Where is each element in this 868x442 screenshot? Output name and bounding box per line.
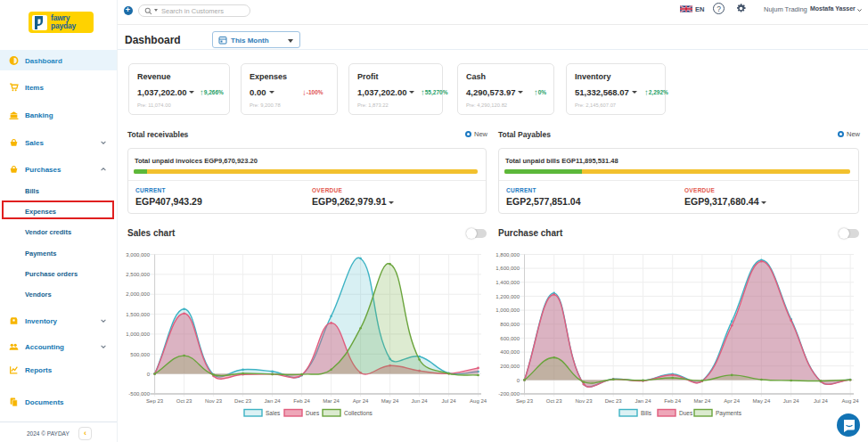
svg-text:Oct 23: Oct 23 bbox=[546, 398, 562, 404]
svg-text:0: 0 bbox=[517, 378, 520, 383]
svg-text:Nov 23: Nov 23 bbox=[205, 398, 223, 404]
svg-text:1,800,000: 1,800,000 bbox=[495, 252, 520, 258]
svg-text:Jun 24: Jun 24 bbox=[783, 398, 800, 404]
svg-text:Mar 24: Mar 24 bbox=[323, 398, 340, 404]
svg-text:0: 0 bbox=[147, 372, 151, 377]
svg-text:Jan 24: Jan 24 bbox=[265, 398, 282, 404]
svg-text:600,000: 600,000 bbox=[500, 336, 520, 341]
svg-text:Payments: Payments bbox=[716, 410, 742, 417]
svg-text:800,000: 800,000 bbox=[500, 322, 520, 327]
svg-text:May 24: May 24 bbox=[381, 398, 399, 404]
svg-text:2,000,000: 2,000,000 bbox=[126, 291, 150, 297]
svg-text:Jun 24: Jun 24 bbox=[412, 398, 429, 404]
svg-text:Apr 24: Apr 24 bbox=[724, 398, 740, 404]
svg-text:Oct 23: Oct 23 bbox=[176, 398, 192, 404]
svg-text:Sales: Sales bbox=[266, 410, 281, 416]
svg-text:Jan 24: Jan 24 bbox=[635, 398, 651, 404]
svg-text:Dues: Dues bbox=[679, 410, 693, 416]
svg-text:Aug 24: Aug 24 bbox=[470, 398, 487, 404]
svg-text:-200,000: -200,000 bbox=[498, 391, 520, 397]
svg-text:1,200,000: 1,200,000 bbox=[495, 294, 520, 299]
svg-text:Apr 24: Apr 24 bbox=[353, 398, 369, 404]
svg-text:May 24: May 24 bbox=[753, 398, 771, 404]
svg-text:Jul 24: Jul 24 bbox=[442, 398, 457, 404]
svg-text:Sep 23: Sep 23 bbox=[146, 398, 164, 404]
svg-text:500,000: 500,000 bbox=[130, 352, 150, 357]
svg-text:Aug 24: Aug 24 bbox=[842, 398, 860, 404]
svg-text:1,000,000: 1,000,000 bbox=[126, 332, 150, 337]
svg-text:Jul 24: Jul 24 bbox=[814, 398, 829, 404]
svg-text:200,000: 200,000 bbox=[500, 364, 520, 369]
svg-text:Dues: Dues bbox=[306, 410, 320, 416]
svg-text:Dec 23: Dec 23 bbox=[605, 398, 623, 404]
svg-text:Bills: Bills bbox=[641, 410, 652, 416]
svg-text:1,400,000: 1,400,000 bbox=[495, 280, 520, 285]
svg-text:1,000,000: 1,000,000 bbox=[495, 307, 520, 313]
svg-text:-500,000: -500,000 bbox=[128, 391, 150, 397]
svg-text:1,500,000: 1,500,000 bbox=[126, 312, 150, 317]
svg-text:Dec 23: Dec 23 bbox=[234, 398, 252, 404]
svg-text:Nov 23: Nov 23 bbox=[575, 398, 593, 404]
svg-text:Feb 24: Feb 24 bbox=[293, 398, 310, 404]
svg-text:400,000: 400,000 bbox=[500, 349, 520, 355]
svg-text:2,500,000: 2,500,000 bbox=[126, 272, 150, 277]
svg-text:3,000,000: 3,000,000 bbox=[126, 252, 150, 258]
svg-text:Sep 23: Sep 23 bbox=[516, 398, 534, 404]
svg-text:Mar 24: Mar 24 bbox=[694, 398, 711, 404]
svg-text:Collections: Collections bbox=[344, 410, 373, 416]
svg-text:1,600,000: 1,600,000 bbox=[495, 266, 520, 271]
svg-text:Feb 24: Feb 24 bbox=[664, 398, 681, 404]
